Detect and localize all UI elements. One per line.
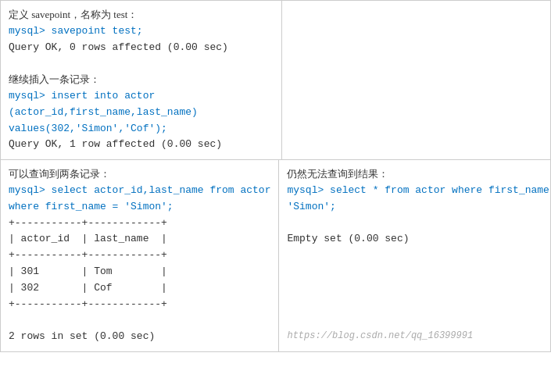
watermark: https://blog.csdn.net/qq_16399991 xyxy=(287,329,551,344)
line-r2-11: 2 rows in set (0.00 sec) xyxy=(9,329,270,345)
line-r2r-7 xyxy=(287,264,551,280)
line-r2-9: +-----------+------------+ xyxy=(9,297,270,313)
line-r2-4: +-----------+------------+ xyxy=(9,216,270,232)
line-r2-6: +-----------+------------+ xyxy=(9,248,270,264)
line-r2r-9 xyxy=(287,297,551,313)
cell-row1-right xyxy=(282,1,550,159)
line-r2-10 xyxy=(9,312,270,329)
line-r2r-2: mysql> select * from actor where first_n… xyxy=(287,183,551,199)
cell-row2-right: 仍然无法查询到结果： mysql> select * from actor wh… xyxy=(279,160,551,351)
line-5: 继续插入一条记录： xyxy=(9,72,274,88)
line-r2r-4 xyxy=(287,216,551,232)
line-r2r-10 xyxy=(287,312,551,329)
table-row: 定义 savepoint，名称为 test： mysql> savepoint … xyxy=(1,1,550,160)
line-8: values(302,'Simon','Cof'); xyxy=(9,121,274,137)
line-r2r-5: Empty set (0.00 sec) xyxy=(287,231,551,248)
cell-row1-left: 定义 savepoint，名称为 test： mysql> savepoint … xyxy=(1,1,282,159)
line-r2-1: 可以查询到两条记录： xyxy=(9,166,270,183)
line-1: 定义 savepoint，名称为 test： xyxy=(9,7,274,23)
main-table: 定义 savepoint，名称为 test： mysql> savepoint … xyxy=(0,0,551,352)
line-7: (actor_id,first_name,last_name) xyxy=(9,105,274,121)
line-r2-3: where first_name = 'Simon'; xyxy=(9,199,270,216)
line-r2-7: | 301 | Tom | xyxy=(9,264,270,280)
line-6: mysql> insert into actor xyxy=(9,88,274,105)
line-r2r-6 xyxy=(287,248,551,264)
line-r2-2: mysql> select actor_id,last_name from ac… xyxy=(9,183,270,199)
line-3: Query OK, 0 rows affected (0.00 sec) xyxy=(9,40,274,56)
line-4 xyxy=(9,55,274,72)
line-r2-8: | 302 | Cof | xyxy=(9,280,270,297)
line-9: Query OK, 1 row affected (0.00 sec) xyxy=(9,137,274,153)
line-r2r-3: 'Simon'; xyxy=(287,199,551,216)
line-r2-5: | actor_id | last_name | xyxy=(9,231,270,248)
line-r2r-8 xyxy=(287,280,551,297)
line-r2r-1: 仍然无法查询到结果： xyxy=(287,166,551,183)
cell-row2-left: 可以查询到两条记录： mysql> select actor_id,last_n… xyxy=(1,160,279,351)
table-row-2: 可以查询到两条记录： mysql> select actor_id,last_n… xyxy=(1,160,550,351)
line-2: mysql> savepoint test; xyxy=(9,23,274,40)
